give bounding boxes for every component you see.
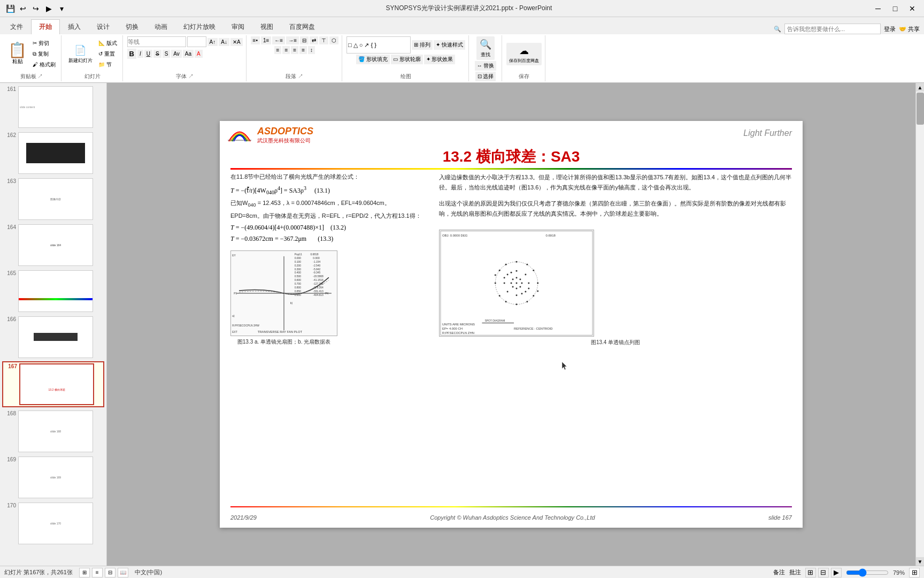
slide-thumb-164[interactable]: 164 slide 164	[2, 223, 104, 267]
maximize-btn[interactable]: □	[888, 3, 903, 14]
share-btn[interactable]: 🤝 共享	[899, 25, 920, 33]
slide-date: 2021/9/29	[230, 514, 257, 521]
smartart-btn[interactable]: ⬡	[329, 36, 338, 44]
bullets-btn[interactable]: ≡•	[251, 36, 260, 44]
text-dir-btn[interactable]: ⇄	[310, 36, 318, 44]
shadow-btn[interactable]: S	[163, 50, 171, 58]
italic-btn[interactable]: I	[137, 50, 143, 58]
slide-header: ASDOPTICS 武汉墨光科技有限公司	[226, 125, 313, 144]
zoom-fit-btn[interactable]: ⊞	[909, 568, 920, 577]
zoom-slider[interactable]	[846, 568, 889, 577]
numbering-btn[interactable]: 1≡	[261, 36, 271, 44]
format-painter-btn[interactable]: 🖌 格式刷	[30, 60, 58, 70]
slide-thumb-165[interactable]: 165	[2, 269, 104, 313]
underline-btn[interactable]: U	[144, 50, 152, 58]
replace-btn[interactable]: ↔ 替换	[475, 61, 497, 71]
tab-baidu[interactable]: 百度网盘	[281, 19, 323, 34]
align-text-btn[interactable]: ⊤	[319, 36, 328, 44]
login-btn[interactable]: 登录	[884, 25, 896, 33]
minimize-btn[interactable]: ─	[871, 3, 886, 14]
slide-thumb-170[interactable]: 170 slide 170	[2, 501, 104, 545]
align-center-btn[interactable]: ≡	[282, 46, 290, 54]
view-outline-btn[interactable]: ≡	[92, 568, 103, 577]
font-increase-btn[interactable]: A↑	[207, 38, 218, 46]
svg-text:0.000: 0.000	[313, 257, 320, 260]
copy-btn[interactable]: ⧉ 复制	[30, 49, 58, 59]
strikethrough-btn[interactable]: S	[153, 50, 161, 58]
align-right-btn[interactable]: ≡	[291, 46, 298, 54]
arrange-btn[interactable]: ⊞ 排列	[412, 40, 433, 50]
more-btn[interactable]: ▾	[56, 3, 67, 14]
find-btn[interactable]: 🔍 查找	[476, 36, 495, 60]
reset-btn[interactable]: ↺ 重置	[96, 49, 119, 59]
diagrams-row: P1 PK TRANSVERSE RAY FAN PLOT EY EXT Pup…	[230, 250, 428, 346]
slideshow-btn[interactable]: ▶	[831, 568, 842, 577]
font-name-input[interactable]	[127, 36, 186, 47]
clear-format-btn[interactable]: ✕A	[230, 38, 243, 46]
redo-btn[interactable]: ↪	[30, 3, 42, 14]
tab-transitions[interactable]: 切换	[118, 19, 147, 34]
tab-file[interactable]: 文件	[2, 19, 31, 34]
slide-thumb-162[interactable]: 162	[2, 131, 104, 175]
view-sorter-btn[interactable]: ⊟	[105, 568, 116, 577]
quick-styles-btn[interactable]: ✦ 快速样式	[434, 40, 465, 50]
slide-thumb-167[interactable]: 167 13.2 横向球差	[2, 361, 104, 407]
indent-increase-btn[interactable]: →≡	[286, 36, 299, 44]
slide-thumb-168[interactable]: 168 slide 168	[2, 409, 104, 453]
notes-btn[interactable]: 备注	[773, 568, 785, 576]
scroll-thumb[interactable]	[917, 93, 924, 125]
font-color-btn[interactable]: A	[195, 50, 203, 58]
font-decrease-btn[interactable]: A↓	[219, 38, 229, 46]
bold-btn[interactable]: B	[127, 49, 136, 59]
paste-btn[interactable]: 📋 粘贴	[5, 41, 29, 67]
scroll-up-btn[interactable]: ▲	[916, 83, 925, 92]
save-baidu-btn[interactable]: ☁ 保存到百度网盘	[506, 43, 542, 65]
new-slide-btn[interactable]: 📄 新建幻灯片	[66, 42, 95, 66]
tab-slideshow[interactable]: 幻灯片放映	[175, 19, 224, 34]
view-reading-btn[interactable]: 📖	[118, 568, 128, 577]
slide-thumb-161[interactable]: 161 slide content	[2, 85, 104, 129]
slides-group: 📄 新建幻灯片 📐 版式 ↺ 重置 📁 节 幻灯片	[63, 35, 123, 81]
indent-decrease-btn[interactable]: ←≡	[272, 36, 285, 44]
tab-review[interactable]: 审阅	[224, 19, 252, 34]
fit-slide-btn[interactable]: ⊟	[818, 568, 829, 577]
select-btn[interactable]: ⊡ 选择	[475, 72, 496, 81]
tab-animations[interactable]: 动画	[147, 19, 175, 34]
char-spacing-btn[interactable]: Av	[171, 50, 182, 58]
shape-effect-btn[interactable]: ✦ 形状效果	[424, 55, 456, 64]
slide-num-164: 164	[3, 224, 16, 230]
section-btn[interactable]: 📁 节	[96, 60, 119, 70]
cols-btn[interactable]: ⊟	[300, 36, 309, 44]
comments-btn[interactable]: 批注	[789, 568, 801, 576]
svg-text:-5.942: -5.942	[313, 268, 320, 271]
undo-btn[interactable]: ↩	[17, 3, 29, 14]
normal-view-btn[interactable]: ⊞	[805, 568, 816, 577]
slide-canvas[interactable]: ASDOPTICS 武汉墨光科技有限公司 Light Further 13.2 …	[220, 121, 803, 528]
present-btn[interactable]: ▶	[43, 3, 55, 14]
tab-insert[interactable]: 插入	[60, 19, 89, 34]
save-btn[interactable]: 💾	[4, 3, 16, 14]
tab-design[interactable]: 设计	[89, 19, 118, 34]
line-spacing-btn[interactable]: ↕	[308, 46, 315, 54]
shape-outline-btn[interactable]: ▭ 形状轮廓	[391, 55, 423, 64]
shape-fill-btn[interactable]: 🪣 形状填充	[356, 55, 390, 64]
shapes-gallery[interactable]: □ △ ○ ↗ { }	[346, 36, 411, 54]
layout-btn[interactable]: 📐 版式	[96, 39, 119, 48]
case-btn[interactable]: Aa	[183, 50, 194, 58]
ribbon-search[interactable]	[784, 24, 881, 34]
slide-thumb-169[interactable]: 169 slide 169	[2, 455, 104, 499]
align-left-btn[interactable]: ≡	[274, 46, 282, 54]
justify-btn[interactable]: ≡	[299, 46, 307, 54]
slide-panel[interactable]: 161 slide content 162 163 图像内容 164 slide…	[0, 83, 107, 566]
slide-thumb-166[interactable]: 166	[2, 315, 104, 359]
cut-btn[interactable]: ✂ 剪切	[30, 39, 58, 48]
font-size-input[interactable]: 18	[187, 36, 206, 47]
view-normal-btn[interactable]: ⊞	[79, 568, 90, 577]
vertical-scrollbar[interactable]: ▲ ▼	[915, 83, 924, 566]
scroll-down-btn[interactable]: ▼	[916, 557, 925, 566]
tab-home[interactable]: 开始	[31, 19, 60, 34]
close-btn[interactable]: ✕	[905, 3, 920, 14]
slide-thumb-163[interactable]: 163 图像内容	[2, 177, 104, 221]
tab-view[interactable]: 视图	[252, 19, 281, 34]
slide-img-167: 13.2 横向球差	[19, 363, 94, 405]
